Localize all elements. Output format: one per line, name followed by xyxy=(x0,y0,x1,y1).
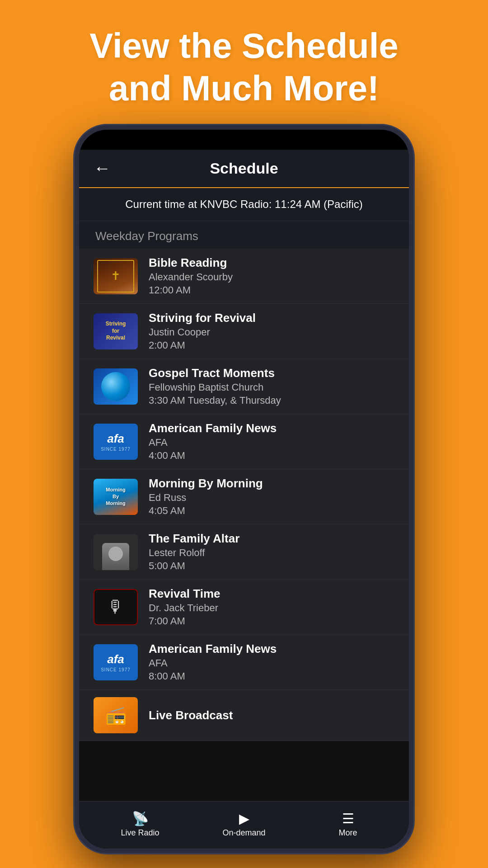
afa-1-info: American Family News AFA 4:00 AM xyxy=(149,421,394,462)
program-time: 2:00 AM xyxy=(149,340,394,351)
program-title: Revival Time xyxy=(149,587,394,601)
program-host: Alexander Scourby xyxy=(149,271,394,283)
live-radio-label: Live Radio xyxy=(121,828,159,838)
afa-2-thumb: afa SINCE 1977 xyxy=(94,644,138,680)
on-demand-label: On-demand xyxy=(222,828,265,838)
app-title: Schedule xyxy=(210,160,278,177)
list-item[interactable]: The Family Altar Lester Roloff 5:00 AM xyxy=(79,524,409,580)
program-title: Live Broadcast xyxy=(149,708,394,722)
program-host: AFA xyxy=(149,437,394,448)
page-header: View the Schedule and Much More! xyxy=(0,0,488,125)
program-host: AFA xyxy=(149,657,394,669)
list-item[interactable]: MorningByMorning Morning By Morning Ed R… xyxy=(79,469,409,524)
list-item[interactable]: afa SINCE 1977 American Family News AFA … xyxy=(79,635,409,690)
section-header-weekday: Weekday Programs xyxy=(79,221,409,249)
striving-revival-info: Striving for Revival Justin Cooper 2:00 … xyxy=(149,311,394,351)
page-background: View the Schedule and Much More! ← Sched… xyxy=(0,0,488,868)
gospel-tract-info: Gospel Tract Moments Fellowship Baptist … xyxy=(149,366,394,406)
program-time: 3:30 AM Tuesday, & Thursday xyxy=(149,395,394,406)
weekday-programs-label: Weekday Programs xyxy=(95,229,198,243)
family-altar-info: The Family Altar Lester Roloff 5:00 AM xyxy=(149,532,394,572)
program-host: Justin Cooper xyxy=(149,326,394,338)
bottom-nav: 📡 Live Radio ▶ On-demand ☰ More xyxy=(79,801,409,849)
live-broadcast-item[interactable]: 📻 Live Broadcast xyxy=(79,690,409,741)
more-icon: ☰ xyxy=(342,811,354,826)
morning-info: Morning By Morning Ed Russ 4:05 AM xyxy=(149,476,394,517)
program-time: 7:00 AM xyxy=(149,615,394,627)
program-time: 12:00 AM xyxy=(149,284,394,296)
program-title: Gospel Tract Moments xyxy=(149,366,394,380)
app-header: ← Schedule xyxy=(79,150,409,188)
program-host: Ed Russ xyxy=(149,492,394,504)
bible-reading-thumb: ✝ xyxy=(94,258,138,294)
notch xyxy=(208,133,280,146)
list-item[interactable]: Gospel Tract Moments Fellowship Baptist … xyxy=(79,359,409,414)
phone-device: ← Schedule Current time at KNVBC Radio: … xyxy=(75,125,413,853)
program-host: Dr. Jack Trieber xyxy=(149,602,394,614)
morning-thumb: MorningByMorning xyxy=(94,479,138,515)
program-host: Fellowship Baptist Church xyxy=(149,382,394,393)
list-item[interactable]: ✝ Bible Reading Alexander Scourby 12:00 … xyxy=(79,249,409,304)
side-button-2 xyxy=(411,288,413,313)
program-host: Lester Roloff xyxy=(149,547,394,559)
back-button[interactable]: ← xyxy=(94,159,111,178)
program-title: Morning By Morning xyxy=(149,476,394,491)
program-time: 8:00 AM xyxy=(149,670,394,682)
nav-live-radio[interactable]: 📡 Live Radio xyxy=(88,811,192,838)
more-label: More xyxy=(338,828,357,838)
list-item[interactable]: 🎙 Revival Time Dr. Jack Trieber 7:00 AM xyxy=(79,580,409,635)
page-header-title: View the Schedule and Much More! xyxy=(36,25,452,109)
program-list: ✝ Bible Reading Alexander Scourby 12:00 … xyxy=(79,249,409,801)
program-time: 4:00 AM xyxy=(149,450,394,462)
live-radio-icon: 📡 xyxy=(132,811,149,826)
bible-reading-info: Bible Reading Alexander Scourby 12:00 AM xyxy=(149,256,394,296)
afa-1-thumb: afa SINCE 1977 xyxy=(94,424,138,460)
program-title: American Family News xyxy=(149,642,394,656)
striving-revival-thumb: StrivingforRevival xyxy=(94,313,138,349)
nav-more[interactable]: ☰ More xyxy=(296,811,400,838)
status-bar xyxy=(79,130,409,150)
program-title: The Family Altar xyxy=(149,532,394,546)
on-demand-icon: ▶ xyxy=(239,811,249,826)
program-title: Bible Reading xyxy=(149,256,394,270)
revival-time-thumb: 🎙 xyxy=(94,589,138,625)
revival-time-info: Revival Time Dr. Jack Trieber 7:00 AM xyxy=(149,587,394,627)
current-time-text: Current time at KNVBC Radio: 11:24 AM (P… xyxy=(125,198,363,210)
afa-2-info: American Family News AFA 8:00 AM xyxy=(149,642,394,682)
program-time: 5:00 AM xyxy=(149,560,394,572)
time-banner: Current time at KNVBC Radio: 11:24 AM (P… xyxy=(79,188,409,221)
live-broadcast-info: Live Broadcast xyxy=(149,708,394,722)
program-title: Striving for Revival xyxy=(149,311,394,325)
side-button-1 xyxy=(411,247,413,272)
list-item[interactable]: afa SINCE 1977 American Family News AFA … xyxy=(79,414,409,469)
live-broadcast-thumb: 📻 xyxy=(94,697,138,733)
family-altar-thumb xyxy=(94,534,138,570)
gospel-tract-thumb xyxy=(94,368,138,405)
list-item[interactable]: StrivingforRevival Striving for Revival … xyxy=(79,304,409,359)
program-title: American Family News xyxy=(149,421,394,435)
nav-on-demand[interactable]: ▶ On-demand xyxy=(192,811,296,838)
program-time: 4:05 AM xyxy=(149,505,394,517)
